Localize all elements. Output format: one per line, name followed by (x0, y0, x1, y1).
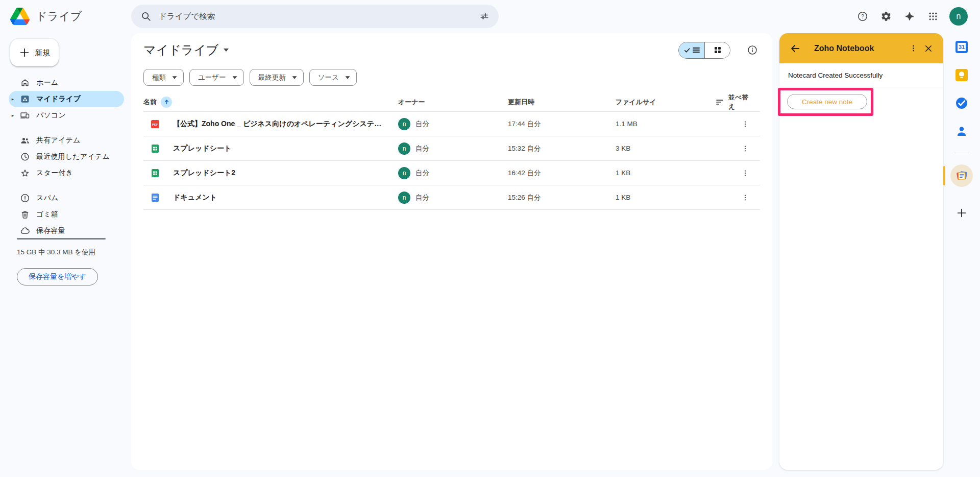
page-title-my-drive[interactable]: マイドライブ (143, 42, 229, 58)
sidebar-item-trash[interactable]: ゴミ箱 (9, 206, 124, 223)
view-toggle (678, 42, 730, 59)
column-header-modified[interactable]: 更新日時 (508, 98, 616, 107)
owner-label: 自分 (415, 169, 429, 178)
sidebar-item-label: 保存容量 (36, 226, 65, 235)
help-button[interactable]: ? (852, 6, 873, 27)
chevron-down-icon (232, 76, 237, 79)
owner-avatar: n (398, 192, 410, 204)
column-header-size[interactable]: ファイルサイ (616, 98, 716, 107)
chevron-down-icon (173, 76, 177, 79)
chevron-down-icon (292, 76, 297, 79)
row-menu-button[interactable] (738, 141, 753, 156)
owner-avatar: n (398, 142, 410, 155)
account-avatar[interactable]: n (949, 7, 968, 26)
info-icon (747, 44, 758, 56)
file-table: 名前 オーナー 更新日時 ファイルサイ 並べ替え PDF 【公式】Zoho On… (143, 92, 760, 210)
chip-label: ソース (318, 73, 339, 82)
create-new-note-button[interactable]: Create new note (787, 94, 867, 109)
sidebar-item-home[interactable]: ホーム (9, 75, 124, 91)
filter-chip-source[interactable]: ソース (309, 69, 357, 86)
storage-summary: 15 GB 中 30.3 MB を使用 保存容量を増やす (17, 238, 109, 285)
new-button[interactable]: 新規 (10, 39, 59, 66)
divider (954, 153, 969, 153)
gemini-sparkle-icon (904, 11, 915, 22)
expand-arrow-icon[interactable]: ▸ (9, 113, 17, 118)
expand-arrow-icon[interactable]: ▸ (9, 97, 17, 102)
modified-time: 15:26 自分 (508, 193, 616, 202)
get-more-storage-button[interactable]: 保存容量を増やす (17, 268, 98, 285)
file-size: 1.1 MB (616, 120, 716, 128)
search-input[interactable] (159, 12, 472, 21)
drive-file-list-panel: マイドライブ 種類 (131, 33, 772, 470)
document-file-icon (151, 193, 160, 202)
sidebar-item-label: ホーム (36, 78, 58, 87)
keep-icon (955, 68, 968, 82)
panel-close-button[interactable] (921, 41, 936, 56)
zoho-panel-header: Zoho Notebook (779, 33, 943, 63)
apps-grid-icon (928, 11, 938, 21)
back-arrow-icon (790, 43, 801, 54)
google-apps-button[interactable] (923, 6, 943, 27)
sort-label: 並べ替え (728, 93, 755, 111)
sidebar-item-starred[interactable]: スター付き (9, 165, 124, 181)
row-menu-button[interactable] (738, 190, 753, 205)
tasks-icon (955, 97, 968, 110)
sidebar-item-shared[interactable]: 共有アイテム (9, 132, 124, 149)
keep-app-button[interactable] (951, 65, 972, 85)
add-app-button[interactable] (951, 203, 972, 223)
storage-usage-text: 15 GB 中 30.3 MB を使用 (17, 248, 109, 257)
gear-icon (880, 11, 892, 22)
sidebar-item-recent[interactable]: 最近使用したアイテム (9, 149, 124, 165)
sidebar-item-label: ゴミ箱 (36, 210, 58, 219)
table-row[interactable]: ドキュメント n 自分 15:26 自分 1 KB (143, 185, 760, 210)
panel-back-button[interactable] (788, 41, 803, 56)
column-header-owner[interactable]: オーナー (398, 98, 508, 107)
details-button[interactable] (745, 42, 760, 58)
drive-logo-area[interactable]: ドライブ (10, 0, 82, 33)
owner-avatar: n (398, 118, 410, 130)
kebab-menu-icon (741, 194, 749, 202)
table-row[interactable]: PDF 【公式】Zoho One _ ビジネス向けのオペレーティングシステム..… (143, 112, 760, 136)
contacts-app-button[interactable] (951, 121, 972, 141)
grid-view-button[interactable] (704, 42, 730, 58)
sidebar-item-computers[interactable]: ▸ パソコン (9, 107, 124, 124)
sidebar-item-my-drive[interactable]: ▸ マイドライブ (9, 91, 124, 107)
row-menu-button[interactable] (738, 165, 753, 181)
sort-control[interactable]: 並べ替え (716, 93, 760, 111)
column-header-name[interactable]: 名前 (143, 97, 398, 108)
filter-chip-people[interactable]: ユーザー (189, 69, 244, 86)
page-title-label: マイドライブ (143, 42, 218, 58)
search-bar[interactable] (131, 5, 499, 28)
settings-button[interactable] (876, 6, 896, 27)
new-button-label: 新規 (35, 48, 51, 58)
sidebar-item-storage[interactable]: 保存容量 (9, 223, 124, 239)
owner-label: 自分 (415, 120, 429, 129)
table-row[interactable]: スプレッドシート n 自分 15:32 自分 3 KB (143, 136, 760, 161)
row-menu-button[interactable] (738, 116, 753, 132)
storage-progress-bar (17, 238, 106, 240)
filter-chip-modified[interactable]: 最終更新 (250, 69, 304, 86)
modified-time: 16:42 自分 (508, 169, 616, 178)
file-name: 【公式】Zoho One _ ビジネス向けのオペレーティングシステム.... (173, 120, 398, 129)
table-row[interactable]: スプレッドシート2 n 自分 16:42 自分 1 KB (143, 161, 760, 185)
search-options-tune-icon[interactable] (479, 11, 489, 21)
file-name: ドキュメント (173, 193, 398, 202)
close-icon (924, 44, 933, 53)
file-size: 1 KB (616, 194, 716, 201)
computers-icon (20, 110, 30, 121)
list-view-button[interactable] (679, 42, 704, 58)
panel-title: Zoho Notebook (814, 44, 905, 53)
filter-chip-type[interactable]: 種類 (143, 69, 184, 86)
calendar-app-button[interactable]: 31 (951, 37, 972, 57)
zoho-notebook-app-button[interactable] (950, 164, 973, 187)
tasks-app-button[interactable] (951, 93, 972, 113)
panel-menu-button[interactable] (905, 41, 921, 56)
calendar-day-number: 31 (955, 40, 968, 54)
chip-label: 最終更新 (258, 73, 286, 82)
sidebar-item-spam[interactable]: スパム (9, 190, 124, 206)
chevron-down-icon (224, 49, 229, 52)
divider (779, 87, 943, 87)
svg-text:PDF: PDF (152, 123, 158, 126)
sidebar-item-label: スター付き (36, 169, 73, 178)
gemini-button[interactable] (899, 6, 920, 27)
